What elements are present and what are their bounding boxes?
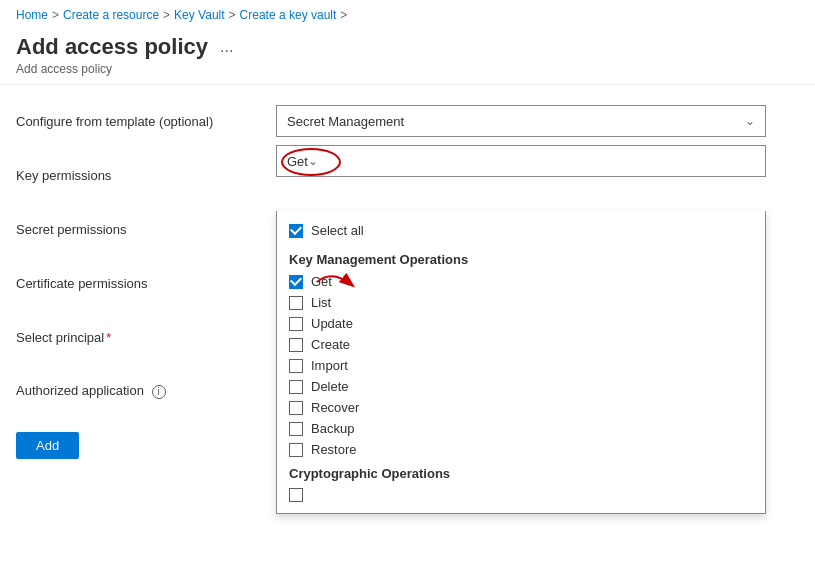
template-label: Configure from template (optional) [16, 114, 256, 129]
crypto-first-checkbox-row[interactable] [277, 485, 765, 505]
create-checkbox[interactable] [289, 338, 303, 352]
list-checkbox-row[interactable]: List [277, 292, 765, 313]
template-dropdown[interactable]: Secret Management ⌄ [276, 105, 766, 137]
restore-checkbox-row[interactable]: Restore [277, 439, 765, 460]
key-permissions-value: Get [287, 154, 308, 169]
authorized-application-label: Authorized application i [16, 383, 256, 399]
restore-label: Restore [311, 442, 357, 457]
page-subtitle: Add access policy [16, 62, 799, 76]
delete-label: Delete [311, 379, 349, 394]
create-label: Create [311, 337, 350, 352]
crypto-section-header: Cryptographic Operations [277, 460, 765, 485]
breadcrumb-home[interactable]: Home [16, 8, 48, 22]
update-checkbox-row[interactable]: Update [277, 313, 765, 334]
dropdown-section: Secret Management ⌄ Get ⌄ [276, 105, 799, 481]
key-permissions-panel: Select all Key Management Operations Get [276, 211, 766, 514]
crypto-first-checkbox[interactable] [289, 488, 303, 502]
delete-checkbox[interactable] [289, 380, 303, 394]
import-checkbox[interactable] [289, 359, 303, 373]
update-checkbox[interactable] [289, 317, 303, 331]
key-permissions-dropdown[interactable]: Get ⌄ [276, 145, 766, 177]
backup-checkbox[interactable] [289, 422, 303, 436]
create-checkbox-row[interactable]: Create [277, 334, 765, 355]
select-principal-label: Select principal* [16, 330, 256, 345]
select-all-checkbox[interactable] [289, 224, 303, 238]
select-all-label: Select all [311, 223, 364, 238]
page-title: Add access policy [16, 34, 208, 60]
get-row-wrapper: Get [277, 271, 765, 292]
list-checkbox[interactable] [289, 296, 303, 310]
get-checkbox-row[interactable]: Get [277, 271, 765, 292]
key-permissions-chevron-icon: ⌄ [308, 154, 318, 168]
select-all-row[interactable]: Select all [277, 219, 765, 246]
key-management-section-header: Key Management Operations [277, 246, 765, 271]
template-chevron-icon: ⌄ [745, 114, 755, 128]
get-label: Get [311, 274, 332, 289]
key-permissions-panel-inner[interactable]: Select all Key Management Operations Get [277, 211, 765, 513]
breadcrumb-create-key-vault[interactable]: Create a key vault [240, 8, 337, 22]
breadcrumb-key-vault[interactable]: Key Vault [174, 8, 224, 22]
restore-checkbox[interactable] [289, 443, 303, 457]
info-icon[interactable]: i [152, 385, 166, 399]
breadcrumb-create-resource[interactable]: Create a resource [63, 8, 159, 22]
key-permissions-label: Key permissions [16, 168, 256, 183]
import-checkbox-row[interactable]: Import [277, 355, 765, 376]
backup-checkbox-row[interactable]: Backup [277, 418, 765, 439]
recover-label: Recover [311, 400, 359, 415]
list-label: List [311, 295, 331, 310]
key-permissions-row: Get ⌄ Select all Key Management [276, 145, 799, 177]
import-label: Import [311, 358, 348, 373]
form-section: Configure from template (optional) Key p… [16, 105, 276, 481]
update-label: Update [311, 316, 353, 331]
page-header: Add access policy ... Add access policy [0, 30, 815, 85]
breadcrumb: Home > Create a resource > Key Vault > C… [0, 0, 815, 30]
recover-checkbox[interactable] [289, 401, 303, 415]
ellipsis-button[interactable]: ... [216, 36, 237, 58]
backup-label: Backup [311, 421, 354, 436]
content-area: Configure from template (optional) Key p… [0, 85, 815, 501]
add-button[interactable]: Add [16, 432, 79, 459]
secret-permissions-label: Secret permissions [16, 222, 256, 237]
template-value: Secret Management [287, 114, 745, 129]
get-checkbox[interactable] [289, 275, 303, 289]
recover-checkbox-row[interactable]: Recover [277, 397, 765, 418]
certificate-permissions-label: Certificate permissions [16, 276, 256, 291]
delete-checkbox-row[interactable]: Delete [277, 376, 765, 397]
